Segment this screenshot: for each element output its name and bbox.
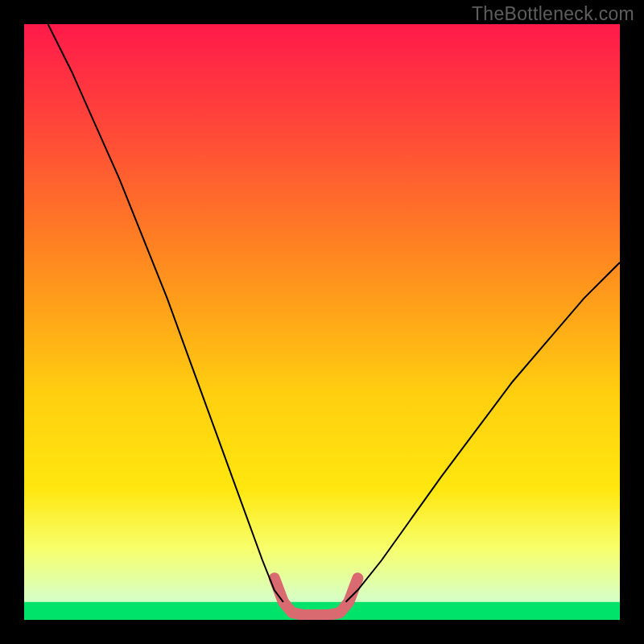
chart-frame: TheBottleneck.com [0, 0, 644, 644]
chart-svg [24, 24, 620, 620]
watermark-text: TheBottleneck.com [472, 3, 634, 25]
plot-area [24, 24, 620, 620]
gradient-background [24, 24, 620, 620]
